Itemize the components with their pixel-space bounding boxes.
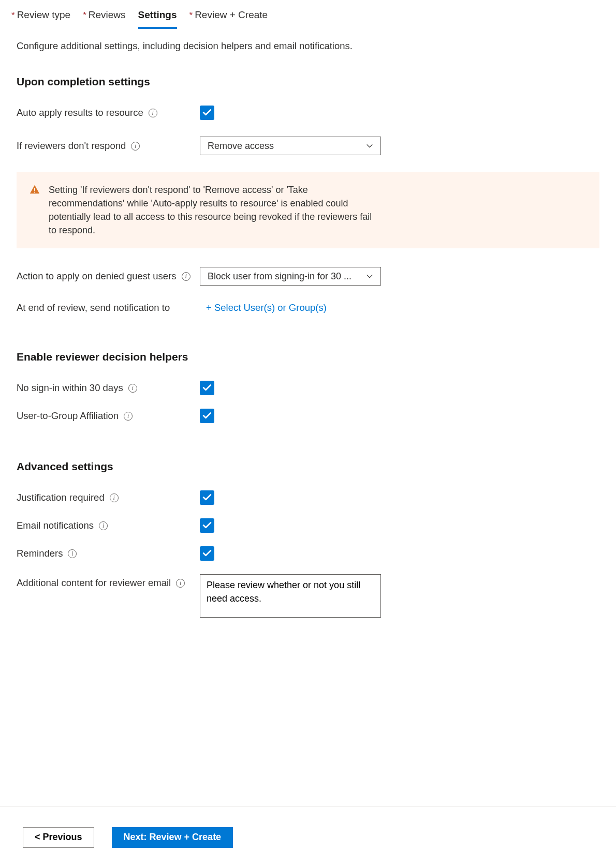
reminders-label: Reminders (17, 548, 63, 559)
justification-label: Justification required (17, 492, 105, 503)
reminders-checkbox[interactable] (200, 546, 214, 561)
footer-bar: < Previous Next: Review + Create (0, 806, 616, 868)
denied-guest-value: Block user from signing-in for 30 ... (208, 271, 351, 282)
group-aff-checkbox[interactable] (200, 409, 214, 423)
svg-rect-1 (34, 192, 35, 193)
upon-completion-title: Upon completion settings (17, 76, 599, 88)
next-button[interactable]: Next: Review + Create (112, 827, 233, 848)
tab-bar: *Review type *Reviews Settings *Review +… (0, 0, 616, 29)
info-icon[interactable]: i (124, 412, 133, 421)
info-icon[interactable]: i (131, 142, 140, 151)
tab-settings[interactable]: Settings (138, 9, 177, 29)
checkmark-icon (202, 520, 212, 531)
warning-icon (29, 184, 40, 196)
auto-apply-checkbox[interactable] (200, 106, 214, 120)
info-icon[interactable]: i (182, 272, 190, 281)
auto-apply-label: Auto apply results to resource (17, 107, 143, 118)
group-aff-label: User-to-Group Affiliation (17, 410, 119, 422)
tab-review-create[interactable]: *Review + Create (189, 9, 268, 29)
checkmark-icon (202, 383, 212, 393)
checkmark-icon (202, 411, 212, 421)
denied-guest-dropdown[interactable]: Block user from signing-in for 30 ... (200, 267, 381, 286)
no-signin-label: No sign-in within 30 days (17, 382, 123, 394)
advanced-title: Advanced settings (17, 460, 599, 473)
email-notif-label: Email notifications (17, 520, 94, 531)
no-response-dropdown[interactable]: Remove access (200, 137, 381, 155)
warning-banner: Setting 'If reviewers don't respond' to … (17, 172, 599, 248)
checkmark-icon (202, 548, 212, 559)
no-response-value: Remove access (208, 141, 274, 152)
decision-helpers-title: Enable reviewer decision helpers (17, 351, 599, 363)
select-users-link[interactable]: + Select User(s) or Group(s) (206, 302, 327, 313)
additional-content-label: Additional content for reviewer email (17, 577, 171, 589)
intro-text: Configure additional settings, including… (17, 40, 599, 52)
justification-checkbox[interactable] (200, 490, 214, 505)
denied-guest-label: Action to apply on denied guest users (17, 271, 177, 282)
info-icon[interactable]: i (176, 579, 185, 588)
chevron-down-icon (366, 273, 373, 280)
checkmark-icon (202, 492, 212, 503)
no-response-label: If reviewers don't respond (17, 140, 126, 152)
tab-review-type[interactable]: *Review type (11, 9, 70, 29)
info-icon[interactable]: i (149, 109, 157, 117)
notification-label: At end of review, send notification to (17, 302, 170, 313)
svg-rect-0 (34, 188, 35, 191)
info-icon[interactable]: i (68, 549, 77, 558)
chevron-down-icon (366, 142, 373, 149)
previous-button[interactable]: < Previous (23, 827, 94, 848)
warning-message: Setting 'If reviewers don't respond' to … (49, 183, 380, 237)
info-icon[interactable]: i (110, 493, 119, 502)
info-icon[interactable]: i (128, 384, 137, 393)
info-icon[interactable]: i (99, 521, 108, 530)
tab-reviews[interactable]: *Reviews (83, 9, 125, 29)
additional-content-textarea[interactable] (200, 574, 381, 618)
email-notif-checkbox[interactable] (200, 518, 214, 533)
no-signin-checkbox[interactable] (200, 381, 214, 395)
checkmark-icon (202, 108, 212, 118)
